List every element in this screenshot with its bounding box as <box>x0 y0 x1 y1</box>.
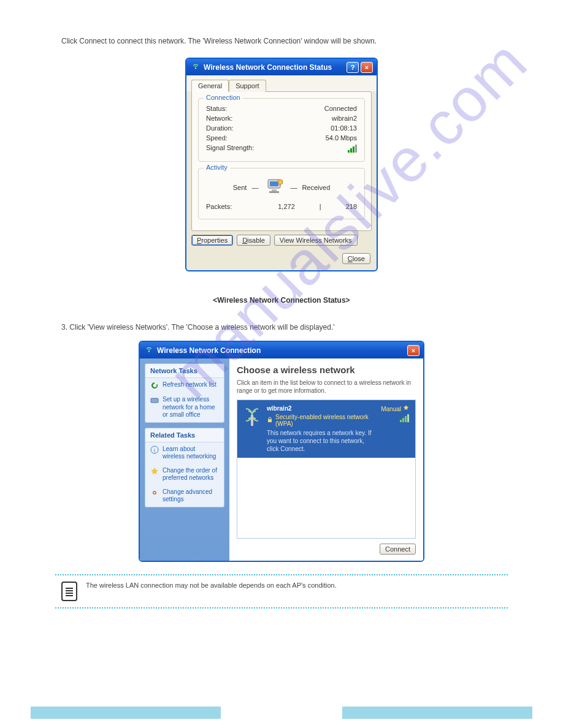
setup-task[interactable]: Set up a wireless network for a home or … <box>145 393 224 422</box>
related-tasks-heading: Related Tasks <box>145 428 224 442</box>
speed-label: Speed: <box>206 134 228 142</box>
svg-rect-3 <box>269 191 279 193</box>
connection-group: Connection Status:Connected Network:wibr… <box>198 98 365 162</box>
change-advanced-task[interactable]: Change advanced settings <box>145 485 224 507</box>
tab-strip: General Support <box>186 75 377 91</box>
packets-label: Packets: <box>206 203 232 210</box>
separator <box>55 574 508 575</box>
signal-label: Signal Strength: <box>206 144 254 153</box>
security-label: Security-enabled wireless network (WPA) <box>275 414 375 427</box>
network-label: Network: <box>206 115 232 122</box>
close-button[interactable]: Close <box>342 253 370 264</box>
status-titlebar: Wireless Network Connection Status ? × <box>186 59 377 75</box>
network-name: wibrain2 <box>267 405 375 412</box>
help-button[interactable]: ? <box>347 62 359 73</box>
network-tasks-heading: Network Tasks <box>145 364 224 378</box>
learn-label: Learn about wireless networking <box>163 446 219 461</box>
wifi-dialog: Wireless Network Connection × Network Ta… <box>139 341 424 562</box>
status-value: Connected <box>324 105 357 112</box>
manual-label: Manual <box>381 406 401 412</box>
duration-label: Duration: <box>206 124 234 132</box>
status-label: Status: <box>206 105 227 112</box>
note-icon <box>61 582 77 601</box>
star-icon <box>150 467 159 476</box>
note-text: The wireless LAN connection may not be a… <box>86 582 337 589</box>
intro-text: Click Connect to connect this network. T… <box>61 37 502 45</box>
change-order-task[interactable]: Change the order of preferred networks <box>145 464 224 485</box>
wifi-titlebar: Wireless Network Connection × <box>140 342 423 358</box>
footer-left <box>31 707 221 719</box>
network-msg: This network requires a network key. If … <box>267 429 375 453</box>
properties-button[interactable]: Properties <box>191 235 233 246</box>
connect-button[interactable]: Connect <box>380 544 416 555</box>
view-wireless-button[interactable]: View Wireless Networks <box>274 235 358 246</box>
speed-value: 54.0 Mbps <box>326 134 357 142</box>
activity-group: Activity Sent — — Received Packets: 1,27… <box>198 168 365 219</box>
setup-icon <box>150 396 159 404</box>
step-text: 3. Click 'View wireless Networks'. The '… <box>61 323 502 332</box>
refresh-icon <box>150 381 159 390</box>
wireless-icon <box>145 346 153 355</box>
received-label: Received <box>302 184 330 191</box>
svg-rect-10 <box>251 415 253 426</box>
status-dialog: Wireless Network Connection Status ? × G… <box>185 58 378 271</box>
learn-task[interactable]: i Learn about wireless networking <box>145 442 224 464</box>
network-tasks-block: Network Tasks Refresh network list Set u… <box>145 363 224 423</box>
network-right: Manual <box>381 405 409 423</box>
network-info: wibrain2 Security-enabled wireless netwo… <box>267 405 375 453</box>
info-icon: i <box>150 446 159 454</box>
sent-label: Sent <box>233 184 247 191</box>
change-adv-label: Change advanced settings <box>163 488 219 504</box>
svg-point-4 <box>278 180 283 184</box>
svg-rect-2 <box>272 189 277 191</box>
choose-desc: Click an item in the list below to conne… <box>237 379 416 395</box>
page-footer <box>31 707 532 719</box>
packets-received: 218 <box>346 203 357 210</box>
tab-general[interactable]: General <box>191 80 229 92</box>
signal-bars-icon <box>400 415 409 422</box>
network-item[interactable]: wibrain2 Security-enabled wireless netwo… <box>237 400 415 458</box>
network-list: wibrain2 Security-enabled wireless netwo… <box>237 400 416 539</box>
svg-rect-11 <box>268 419 272 422</box>
signal-bars-icon <box>348 144 357 153</box>
close-x-button[interactable]: × <box>361 62 373 73</box>
gear-icon <box>150 488 159 497</box>
tab-support[interactable]: Support <box>229 80 266 92</box>
right-panel: Choose a wireless network Click an item … <box>229 358 423 561</box>
related-tasks-block: Related Tasks i Learn about wireless net… <box>145 428 224 507</box>
svg-rect-1 <box>270 181 278 186</box>
duration-value: 01:08:13 <box>331 124 357 132</box>
disable-button[interactable]: Disable <box>237 235 270 246</box>
close-x-button[interactable]: × <box>407 345 419 356</box>
tab-body: Connection Status:Connected Network:wibr… <box>191 91 372 231</box>
computer-network-icon <box>263 178 285 197</box>
star-icon <box>403 405 409 412</box>
lock-icon <box>267 417 273 424</box>
wifi-title: Wireless Network Connection <box>157 346 404 355</box>
svg-rect-5 <box>151 398 158 403</box>
left-task-panel: Network Tasks Refresh network list Set u… <box>140 358 229 561</box>
packets-sent: 1,272 <box>278 203 295 210</box>
refresh-label: Refresh network list <box>163 381 216 389</box>
note-row: The wireless LAN connection may not be a… <box>61 582 502 601</box>
antenna-icon <box>243 405 261 428</box>
network-value: wibrain2 <box>332 115 357 122</box>
figure-caption: <Wireless Network Connection Status> <box>0 296 563 305</box>
choose-heading: Choose a wireless network <box>237 365 416 375</box>
wireless-icon <box>191 63 200 72</box>
svg-text:i: i <box>154 447 155 453</box>
activity-legend: Activity <box>204 164 230 171</box>
connection-legend: Connection <box>204 94 243 101</box>
separator <box>55 607 508 609</box>
status-title: Wireless Network Connection Status <box>204 63 343 72</box>
footer-right <box>342 707 532 719</box>
refresh-task[interactable]: Refresh network list <box>145 378 224 393</box>
change-order-label: Change the order of preferred networks <box>163 467 219 482</box>
setup-label: Set up a wireless network for a home or … <box>163 396 219 419</box>
svg-point-9 <box>154 491 155 493</box>
